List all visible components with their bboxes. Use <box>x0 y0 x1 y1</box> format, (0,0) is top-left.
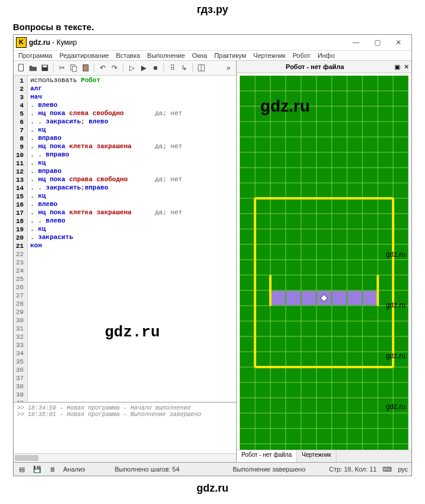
code-line[interactable] <box>30 300 234 308</box>
window-maximize-button[interactable]: ▢ <box>367 36 388 49</box>
line-number: 4 <box>16 102 24 110</box>
output-console[interactable]: >> 18:34:59 - Новая программа - Начало в… <box>14 402 236 453</box>
code-line[interactable] <box>30 292 234 300</box>
code-line[interactable]: . нц пока клетка закрашена да; нет <box>30 209 234 217</box>
line-number: 36 <box>16 366 24 374</box>
line-number: 12 <box>16 168 24 176</box>
line-number: 9 <box>16 143 24 151</box>
save-file-icon[interactable] <box>40 63 50 73</box>
menu-item[interactable]: Программа <box>18 52 53 59</box>
separator <box>164 63 164 73</box>
code-line[interactable]: . кц <box>30 192 234 201</box>
code-line[interactable]: . . закрасить; влево <box>30 118 234 126</box>
pane-close-icon[interactable]: ✕ <box>404 63 409 71</box>
code-line[interactable]: использовать Робот <box>30 77 234 85</box>
toolbar-more-button[interactable]: » <box>223 63 234 73</box>
code-body[interactable]: gdz.ru использовать Роботалгнач. влево. … <box>28 76 236 402</box>
new-file-icon[interactable] <box>16 63 27 73</box>
svg-rect-2 <box>43 66 47 68</box>
window-minimize-button[interactable]: — <box>345 36 367 49</box>
code-line[interactable] <box>30 341 234 349</box>
paste-icon[interactable] <box>80 63 91 73</box>
separator <box>192 63 193 73</box>
status-doc-icon[interactable]: 🗎 <box>48 464 57 474</box>
code-line[interactable] <box>30 366 234 374</box>
line-number: 30 <box>16 316 24 325</box>
code-line[interactable] <box>30 275 234 283</box>
status-save-icon[interactable]: 💾 <box>32 464 42 474</box>
code-line[interactable] <box>30 358 234 366</box>
code-line[interactable]: . кц <box>30 159 234 168</box>
code-line[interactable]: . кц <box>30 225 234 234</box>
editor-horizontal-scrollbar[interactable] <box>14 453 236 462</box>
copy-icon[interactable] <box>68 63 79 73</box>
code-line[interactable] <box>30 250 234 258</box>
separator <box>53 63 54 73</box>
code-line[interactable]: кон <box>30 242 234 250</box>
open-file-icon[interactable] <box>28 63 38 73</box>
svg-rect-4 <box>72 66 76 71</box>
titlebar: K gdz.ru - Кумир — ▢ ✕ <box>14 35 411 51</box>
cut-icon[interactable]: ✂ <box>57 63 67 73</box>
code-line[interactable]: . . закрасить;вправо <box>30 184 234 192</box>
code-line[interactable]: . закрасить <box>30 234 234 242</box>
pane-tab[interactable]: Чертежник <box>297 450 336 462</box>
pane-tab[interactable]: Робот - нет файла <box>237 450 297 462</box>
line-number: 16 <box>16 201 24 209</box>
stop-icon[interactable]: ■ <box>150 63 161 73</box>
code-line[interactable] <box>30 258 234 267</box>
code-line[interactable]: . нц пока клетка закрашена да; нет <box>30 143 234 151</box>
menu-item[interactable]: Окна <box>192 52 207 59</box>
status-console-icon[interactable]: ▤ <box>17 464 27 474</box>
menu-item[interactable]: Робот <box>293 52 310 59</box>
code-line[interactable]: . . влево <box>30 217 234 225</box>
step-icon[interactable]: ⠿ <box>167 63 178 73</box>
toggle-panel-icon[interactable] <box>196 63 207 73</box>
code-line[interactable] <box>30 267 234 275</box>
code-line[interactable]: . влево <box>30 102 234 110</box>
code-line[interactable]: . нц пока справа свободно да; нет <box>30 176 234 184</box>
code-line[interactable] <box>30 333 234 341</box>
run-fast-icon[interactable]: ▶ <box>138 63 149 73</box>
code-line[interactable] <box>30 316 234 325</box>
code-line[interactable]: . кц <box>30 126 234 135</box>
menu-item[interactable]: Выполнение <box>147 52 185 59</box>
code-line[interactable]: нач <box>30 93 234 102</box>
code-line[interactable] <box>30 349 234 358</box>
code-line[interactable] <box>30 308 234 316</box>
code-line[interactable] <box>30 399 234 402</box>
code-line[interactable] <box>30 391 234 399</box>
scrollbar-thumb[interactable] <box>15 455 38 461</box>
run-icon[interactable]: ▷ <box>126 63 137 73</box>
code-line[interactable] <box>30 382 234 391</box>
svg-rect-48 <box>302 291 316 305</box>
code-editor[interactable]: 1234567891011121314151617181920212223242… <box>14 76 236 402</box>
svg-rect-52 <box>363 291 377 305</box>
keyboard-icon[interactable]: ⌨ <box>382 464 392 474</box>
undo-icon[interactable]: ↶ <box>97 63 108 73</box>
content: ✂ ↶ ↷ ▷ ▶ ■ ⠿ ↳ » 1234567891011121314151… <box>14 61 411 462</box>
redo-icon[interactable]: ↷ <box>109 63 120 73</box>
right-pane-header: Робот - нет файла ▣ ✕ <box>237 61 411 73</box>
svg-rect-5 <box>83 65 89 71</box>
code-line[interactable]: алг <box>30 85 234 93</box>
menu-item[interactable]: Редактирование <box>60 52 109 59</box>
window-close-button[interactable]: ✕ <box>388 36 409 49</box>
code-line[interactable]: . . вправо <box>30 151 234 159</box>
code-line[interactable]: . влево <box>30 201 234 209</box>
code-line[interactable]: . вправо <box>30 135 234 143</box>
toolbar: ✂ ↶ ↷ ▷ ▶ ■ ⠿ ↳ » <box>14 61 236 76</box>
line-number: 39 <box>16 391 24 399</box>
menu-item[interactable]: Вставка <box>116 52 140 59</box>
popout-icon[interactable]: ▣ <box>394 63 400 71</box>
code-line[interactable] <box>30 325 234 333</box>
menu-item[interactable]: Практикум <box>214 52 246 59</box>
code-line[interactable]: . вправо <box>30 168 234 176</box>
code-line[interactable] <box>30 374 234 382</box>
menu-item[interactable]: Чертежник <box>253 52 286 59</box>
step-over-icon[interactable]: ↳ <box>179 63 189 73</box>
code-line[interactable] <box>30 283 234 292</box>
menu-item[interactable]: Инфо <box>318 52 335 59</box>
code-line[interactable]: . нц пока слева свободно да; нет <box>30 110 234 118</box>
titlebar-suffix: - Кумир <box>50 38 77 47</box>
